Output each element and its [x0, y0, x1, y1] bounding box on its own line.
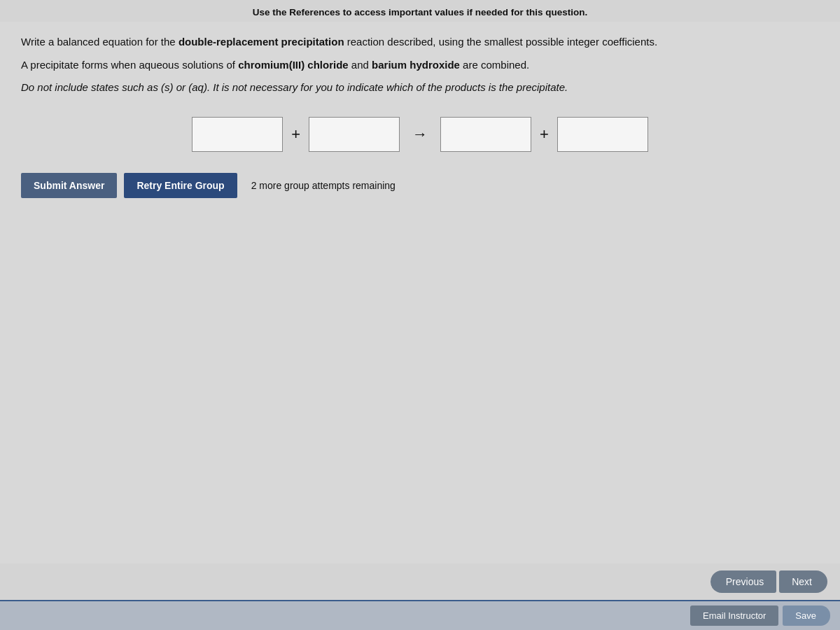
q2-suffix: are combined.	[460, 59, 529, 71]
equation-arrow: →	[412, 125, 428, 144]
save-button[interactable]: Save	[783, 606, 830, 626]
bottom-navigation: Previous Next	[0, 564, 840, 600]
q1-prefix: Write a balanced equation for the	[21, 36, 178, 48]
email-instructor-button[interactable]: Email Instructor	[690, 606, 778, 626]
references-bar: Use the References to access important v…	[0, 0, 840, 22]
question-line2: A precipitate forms when aqueous solutio…	[21, 57, 819, 74]
equation-input-2[interactable]	[309, 117, 400, 152]
equation-row: + → +	[21, 117, 819, 152]
q2-bold2: barium hydroxide	[372, 59, 460, 71]
equation-input-1[interactable]	[192, 117, 283, 152]
equation-plus-2: +	[540, 125, 549, 144]
question-line1: Write a balanced equation for the double…	[21, 34, 819, 50]
submit-answer-button[interactable]: Submit Answer	[21, 173, 117, 198]
next-button[interactable]: Next	[779, 570, 827, 593]
q2-middle: and	[349, 59, 372, 71]
q1-suffix: reaction described, using the smallest p…	[344, 36, 657, 48]
previous-button[interactable]: Previous	[710, 570, 776, 593]
q1-bold: double-replacement precipitation	[178, 36, 344, 48]
button-row: Submit Answer Retry Entire Group 2 more …	[21, 173, 819, 198]
references-text: Use the References to access important v…	[253, 7, 588, 18]
equation-input-3[interactable]	[440, 117, 531, 152]
footer-bar: Email Instructor Save	[0, 600, 840, 630]
page-wrapper: Use the References to access important v…	[0, 0, 840, 630]
equation-plus-1: +	[291, 125, 300, 144]
q2-prefix: A precipitate forms when aqueous solutio…	[21, 59, 238, 71]
main-content: Write a balanced equation for the double…	[0, 22, 840, 564]
attempts-remaining-text: 2 more group attempts remaining	[251, 180, 396, 191]
question-line3: Do not include states such as (s) or (aq…	[21, 80, 819, 96]
q2-bold1: chromium(III) chloride	[238, 59, 349, 71]
retry-entire-group-button[interactable]: Retry Entire Group	[124, 173, 237, 198]
equation-input-4[interactable]	[557, 117, 648, 152]
